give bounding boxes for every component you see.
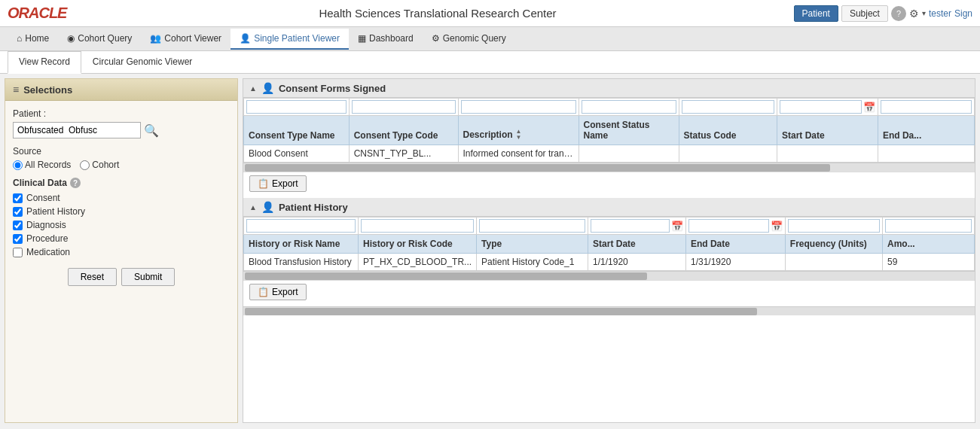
submit-button[interactable]: Submit — [121, 268, 175, 286]
filter-input-ph-type[interactable] — [479, 219, 585, 233]
radio-cohort[interactable]: Cohort — [80, 160, 119, 170]
filter-input-ph-start-date[interactable] — [591, 219, 670, 233]
ph-scroll-thumb[interactable] — [245, 272, 647, 280]
th-consent-type-name: Consent Type Name — [244, 116, 350, 145]
nav-genomic-query[interactable]: ⚙ Genomic Query — [423, 29, 515, 50]
ph-end-calendar-icon[interactable]: 📅 — [771, 221, 783, 232]
consent-forms-section: ▲ 👤 Consent Forms Signed — [243, 79, 975, 195]
nav-cohort-viewer[interactable]: 👥 Cohort Viewer — [141, 29, 230, 50]
filter-consent-status-name — [579, 99, 679, 116]
filter-input-consent-status-name[interactable] — [582, 100, 676, 114]
td-ph-start-date-0: 1/1/1920 — [588, 254, 686, 271]
filter-input-consent-type-name[interactable] — [246, 100, 347, 114]
procedure-checkbox[interactable] — [13, 234, 23, 244]
td-ph-amount-0: 59 — [883, 254, 975, 271]
gear-dropdown-icon[interactable]: ▾ — [922, 9, 926, 17]
ph-start-calendar-icon[interactable]: 📅 — [671, 221, 683, 232]
reset-button[interactable]: Reset — [68, 268, 117, 286]
filter-ph-end-date: 📅 — [685, 218, 785, 235]
consent-collapse-arrow[interactable]: ▲ — [249, 84, 257, 93]
consent-scroll-thumb[interactable] — [245, 164, 830, 172]
filter-ph-frequency — [785, 218, 882, 235]
consent-filter-row: 📅 — [244, 99, 975, 116]
start-date-calendar-icon[interactable]: 📅 — [863, 102, 875, 113]
patient-label: Patient : — [13, 108, 230, 119]
nav-cohort-query[interactable]: ◉ Cohort Query — [58, 29, 141, 50]
selections-header: ≡ Selections — [5, 79, 237, 101]
filter-status-code — [679, 99, 777, 116]
consent-forms-header: ▲ 👤 Consent Forms Signed — [243, 79, 975, 98]
consent-person-icon: 👤 — [261, 82, 274, 94]
bottom-buttons: Reset Submit — [13, 268, 230, 286]
consent-scroll-bar[interactable] — [243, 163, 975, 172]
filter-input-status-code[interactable] — [682, 100, 775, 114]
th-history-risk-code: History or Risk Code — [359, 235, 477, 254]
filter-input-end-date[interactable] — [881, 100, 972, 114]
filter-input-ph-frequency[interactable] — [788, 219, 880, 233]
right-panel-scroll-thumb[interactable] — [245, 308, 757, 315]
tab-view-record[interactable]: View Record — [8, 51, 81, 74]
patient-input[interactable] — [13, 122, 141, 138]
checkbox-procedure: Procedure — [13, 233, 230, 244]
patient-history-collapse-arrow[interactable]: ▲ — [249, 203, 257, 211]
checkbox-consent: Consent — [13, 193, 230, 203]
patient-history-title: Patient History — [279, 202, 348, 213]
td-ph-end-date-0: 1/31/1920 — [685, 254, 785, 271]
subject-button[interactable]: Subject — [841, 5, 888, 22]
td-start-date-0 — [777, 145, 878, 163]
diagnosis-checkbox[interactable] — [13, 221, 23, 230]
tab-circular-genomic-viewer[interactable]: Circular Genomic Viewer — [81, 51, 204, 73]
patient-button[interactable]: Patient — [794, 5, 838, 22]
single-patient-icon: 👤 — [240, 33, 251, 44]
consent-checkbox[interactable] — [13, 193, 23, 203]
td-ph-type-0: Patient History Code_1 — [477, 254, 588, 271]
genomic-query-icon: ⚙ — [432, 33, 440, 44]
gear-icon[interactable]: ⚙ — [909, 8, 919, 20]
filter-ph-type — [477, 218, 588, 235]
nav-home[interactable]: ⌂ Home — [8, 29, 58, 50]
source-label: Source — [13, 146, 230, 157]
filter-input-ph-end-date[interactable] — [688, 219, 769, 233]
medication-checkbox[interactable] — [13, 248, 23, 257]
th-end-date: End Da... — [878, 116, 974, 145]
th-consent-status-name: Consent Status Name — [579, 116, 679, 145]
ph-filter-row: 📅 📅 — [244, 218, 975, 235]
sign-link[interactable]: Sign — [954, 8, 972, 19]
ph-scroll-bar[interactable] — [243, 271, 975, 280]
nav-single-patient-viewer[interactable]: 👤 Single Patient Viewer — [230, 29, 349, 50]
app-title: Health Sciences Translational Research C… — [81, 7, 793, 20]
ph-export-button[interactable]: 📋 Export — [249, 284, 307, 300]
username-label[interactable]: tester — [929, 8, 951, 19]
patient-history-checkbox[interactable] — [13, 207, 23, 217]
filter-input-description[interactable] — [461, 100, 576, 114]
main-layout: ≡ Selections Patient : 🔍 Source All Reco… — [0, 74, 980, 427]
filter-description — [458, 99, 579, 116]
th-description: Description ▲▼ — [458, 116, 579, 145]
checkbox-patient-history: Patient History — [13, 206, 230, 217]
cohort-query-icon: ◉ — [67, 33, 75, 44]
radio-all-records[interactable]: All Records — [13, 160, 71, 170]
filter-end-date — [878, 99, 974, 116]
ph-header-row: History or Risk Name History or Risk Cod… — [244, 235, 975, 254]
right-panel: ▲ 👤 Consent Forms Signed — [243, 78, 975, 423]
filter-input-consent-type-code[interactable] — [352, 100, 456, 114]
filter-input-ph-amount[interactable] — [885, 219, 972, 233]
patient-search-icon[interactable]: 🔍 — [144, 123, 159, 138]
consent-export-button[interactable]: 📋 Export — [249, 175, 307, 192]
clinical-data-help-icon[interactable]: ? — [70, 178, 81, 188]
ph-export-bar: 📋 Export — [243, 280, 975, 303]
td-consent-type-code-0: CNSNT_TYP_BL... — [349, 145, 458, 163]
filter-start-date: 📅 — [777, 99, 878, 116]
description-sort-icon[interactable]: ▲▼ — [516, 129, 522, 141]
nav-dashboard[interactable]: ▦ Dashboard — [349, 29, 423, 50]
patient-history-person-icon: 👤 — [261, 201, 274, 213]
td-status-code-0 — [679, 145, 777, 163]
consent-table: 📅 Consent Type Name Consent Type Code — [243, 98, 975, 163]
filter-input-history-risk-code[interactable] — [361, 219, 474, 233]
right-panel-bottom-scroll[interactable] — [243, 306, 975, 315]
th-start-date: Start Date — [777, 116, 878, 145]
filter-input-start-date[interactable] — [780, 100, 862, 114]
filter-input-history-risk-name[interactable] — [246, 219, 356, 233]
td-description-0: Informed consent for transfusion th... — [458, 145, 579, 163]
help-icon[interactable]: ? — [891, 6, 906, 21]
